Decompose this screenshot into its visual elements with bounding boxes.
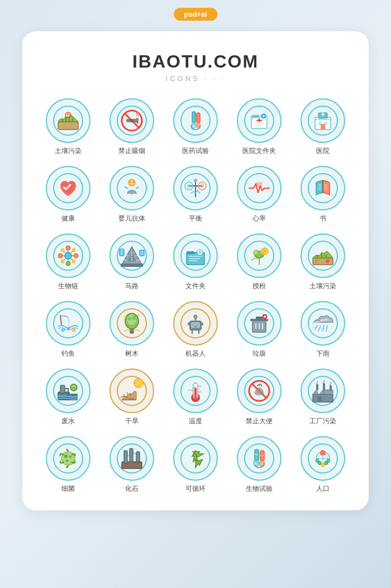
icon-circle-recyclable [173,436,218,481]
svg-rect-72 [189,258,200,259]
icon-item-tree: 树木 [103,301,161,358]
svg-point-13 [193,125,195,127]
icon-circle-fishing [46,301,90,346]
svg-rect-129 [194,388,197,399]
icon-circle-balance [173,166,218,211]
svg-rect-7 [136,118,139,123]
format-badge: psd+ai [174,8,217,21]
icon-circle-heart-rate [237,166,282,211]
icon-label-rain: 下雨 [316,349,330,358]
icon-label-drought: 干旱 [125,417,139,426]
svg-point-85 [72,328,75,332]
icon-circle-soil-pollution [46,98,90,143]
icon-circle-rain [301,301,345,346]
svg-rect-71 [189,256,202,257]
icon-label-recyclable: 可循环 [185,484,206,494]
svg-rect-154 [130,448,133,462]
svg-rect-16 [251,115,259,118]
site-title: IBAOTU.COM [39,51,352,72]
icon-item-trash: 垃圾 [230,301,288,358]
icon-label-folder: 文件夹 [185,281,206,291]
svg-rect-25 [322,113,323,116]
icon-label-medicine-test: 医药试验 [182,146,209,156]
icon-circle-bacteria [46,436,90,481]
icon-item-health: 健康 [39,166,97,223]
icon-circle-hospital [301,98,345,143]
icon-circle-soil-pollution2 [301,233,345,278]
icon-label-bacteria: 细菌 [61,484,75,494]
icon-label-soil-pollution2: 土壤污染 [309,281,336,291]
svg-rect-144 [330,385,332,391]
icon-item-fossil: 化石 [103,436,161,494]
svg-rect-19 [256,120,262,121]
icon-circle-health [46,166,90,211]
icon-item-population: 人口 [294,436,352,494]
icon-item-folder: 文件夹 [166,233,225,291]
icon-circle-wastewater [46,369,90,413]
icon-label-tree: 树木 [125,349,139,358]
svg-rect-73 [189,260,198,261]
icon-circle-hospital-folder [237,98,282,143]
svg-point-99 [197,324,199,326]
svg-point-123 [70,384,77,391]
svg-point-173 [325,461,328,465]
svg-rect-65 [121,264,143,267]
svg-point-33 [130,181,131,183]
icon-item-factory-pollution: 工厂污染 [294,369,352,426]
svg-point-50 [58,254,63,258]
svg-point-32 [130,191,133,194]
icon-circle-food-chain [46,233,90,278]
icon-label-factory-pollution: 工厂污染 [309,417,336,426]
icon-label-heart-rate: 心率 [252,214,266,223]
svg-point-90 [128,317,131,321]
icon-circle-tree [109,301,154,346]
svg-rect-158 [255,450,259,461]
svg-rect-66 [120,249,124,256]
icon-item-bacteria: 细菌 [39,436,97,494]
icon-item-fishing: 钓鱼 [39,301,97,358]
svg-rect-153 [124,451,127,463]
icon-item-hospital: 医院 [294,98,352,156]
svg-rect-70 [187,251,194,254]
icons-label: ICONS · · · [39,74,352,83]
icon-label-wastewater: 废水 [61,417,75,426]
icon-item-no-smoking: 禁止吸烟 [103,98,161,156]
icon-label-health: 健康 [61,214,75,223]
icon-circle-folder [173,233,218,278]
icon-circle-medicine-test [173,98,218,143]
svg-rect-82 [313,258,333,265]
icon-label-bio-test: 生物试验 [246,484,273,494]
svg-point-47 [65,252,71,259]
icon-item-drought: 干旱 [103,369,161,426]
svg-point-41 [187,184,190,188]
svg-point-42 [201,184,204,188]
svg-point-92 [130,314,133,317]
icon-circle-bio-test [237,436,282,481]
svg-rect-108 [256,317,263,319]
icon-circle-book [301,166,345,211]
svg-rect-100 [194,326,197,327]
svg-rect-104 [201,322,203,326]
icon-item-road: 马路 [103,233,161,291]
svg-point-157 [245,444,274,473]
icon-label-population: 人口 [316,484,330,494]
icon-label-trash: 垃圾 [252,349,266,358]
svg-rect-10 [197,113,200,123]
svg-point-48 [66,246,70,250]
icon-circle-trash [237,301,282,346]
svg-rect-138 [313,394,333,402]
icon-item-heart-rate: 心率 [230,166,288,223]
svg-rect-28 [321,124,325,130]
icon-circle-population [301,436,345,481]
icon-label-soil-pollution: 土壤污染 [55,146,82,156]
svg-point-34 [133,181,134,183]
icon-label-balance: 平衡 [189,214,202,223]
icon-item-no-defecate: 禁止大便 [230,369,288,426]
svg-rect-145 [317,396,322,402]
icon-label-fossil: 化石 [125,484,139,494]
icon-item-rain: 下雨 [294,301,352,358]
svg-rect-155 [136,452,140,462]
icon-item-wastewater: 废水 [39,369,97,426]
icon-circle-fossil [109,436,154,481]
svg-point-31 [128,179,135,186]
